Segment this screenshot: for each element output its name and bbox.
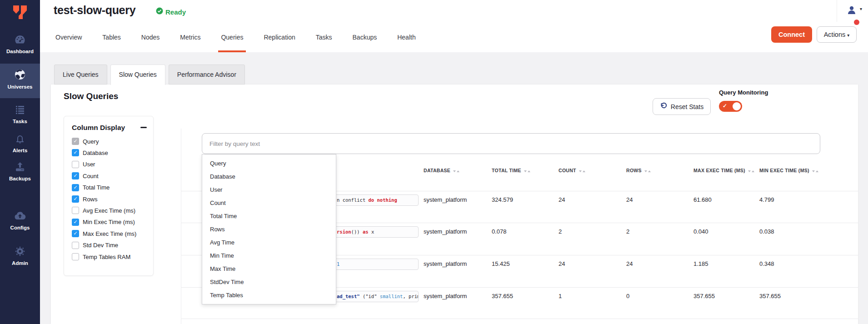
- sidebar-item-tasks[interactable]: Tasks: [0, 103, 40, 124]
- sort-arrows-icon[interactable]: [644, 168, 651, 173]
- column-checkbox-max-exec-time-ms[interactable]: ✓: [72, 230, 79, 237]
- column-checkbox-rows[interactable]: ✓: [72, 195, 79, 203]
- dropdown-item-min-time[interactable]: Min Time: [202, 249, 336, 262]
- column-checkbox-std-dev-time[interactable]: [72, 242, 79, 249]
- column-checkbox-query[interactable]: ✓: [72, 138, 79, 145]
- dropdown-item-user[interactable]: User: [202, 183, 336, 196]
- configs-icon: [14, 210, 26, 223]
- sidebar-item-universes[interactable]: Universes: [0, 64, 40, 98]
- tab-tasks[interactable]: Tasks: [316, 22, 332, 52]
- column-header-rows[interactable]: ROWS: [626, 168, 651, 173]
- sidebar-item-admin[interactable]: Admin: [0, 244, 40, 266]
- column-option-max-exec-time-ms: ✓Max Exec Time (ms): [72, 230, 136, 237]
- sort-arrows-icon[interactable]: [453, 168, 459, 173]
- column-checkbox-label: Query: [83, 138, 99, 145]
- column-checkbox-user[interactable]: [72, 161, 79, 168]
- collapse-minus-icon[interactable]: [140, 127, 147, 128]
- dropdown-item-count[interactable]: Count: [202, 196, 336, 209]
- sub-tab-slow-queries[interactable]: Slow Queries: [110, 65, 165, 85]
- page-title: Slow Queries: [64, 91, 118, 101]
- connect-button[interactable]: Connect: [771, 26, 812, 43]
- total-time-cell: 15.425: [492, 260, 510, 267]
- query-filter-input[interactable]: [202, 133, 820, 154]
- column-header-database[interactable]: DATABASE: [424, 168, 459, 173]
- sidebar-item-label: Tasks: [0, 119, 40, 124]
- tab-metrics[interactable]: Metrics: [180, 22, 200, 52]
- status-badge: Ready: [156, 7, 186, 16]
- dropdown-item-stddev-time[interactable]: StdDev Time: [202, 275, 336, 289]
- sort-arrows-icon[interactable]: [812, 168, 818, 173]
- user-avatar[interactable]: [846, 5, 857, 17]
- dropdown-item-temp-tables[interactable]: Temp Tables: [202, 289, 336, 302]
- sort-arrows-icon[interactable]: [524, 168, 530, 173]
- column-checkbox-count[interactable]: ✓: [72, 172, 79, 179]
- dropdown-item-max-time[interactable]: Max Time: [202, 262, 336, 275]
- sidebar-item-label: Dashboard: [0, 49, 40, 54]
- column-option-user: User: [72, 161, 95, 168]
- column-header-total-time[interactable]: TOTAL TIME: [492, 168, 530, 173]
- dropdown-item-query[interactable]: Query: [202, 157, 336, 170]
- rows-cell: 0: [626, 293, 629, 299]
- sub-tab-performance-advisor[interactable]: Performance Advisor: [169, 65, 245, 85]
- tab-backups[interactable]: Backups: [353, 22, 377, 52]
- max-exec-time-cell: 357.655: [693, 293, 715, 299]
- sidebar-item-backups[interactable]: Backups: [0, 160, 40, 181]
- actions-button[interactable]: Actions▾: [817, 26, 857, 43]
- column-header-max-exec-time-ms[interactable]: MAX EXEC TIME (MS): [693, 168, 754, 173]
- tab-replication[interactable]: Replication: [264, 22, 295, 52]
- sidebar-item-label: Admin: [0, 260, 40, 266]
- reset-stats-button[interactable]: Reset Stats: [653, 98, 711, 115]
- column-checkbox-avg-exec-time-ms[interactable]: [72, 207, 79, 214]
- user-menu-caret-icon[interactable]: ▾: [860, 6, 862, 11]
- column-checkbox-label: Count: [83, 173, 99, 179]
- dropdown-item-database[interactable]: Database: [202, 170, 336, 183]
- max-exec-time-cell: 61.680: [693, 196, 712, 203]
- universe-title: test-slow-query: [54, 4, 135, 17]
- yugabyte-logo-icon[interactable]: [11, 4, 29, 23]
- tab-queries[interactable]: Queries: [221, 22, 243, 52]
- tab-nodes[interactable]: Nodes: [141, 22, 160, 52]
- min-exec-time-cell: 0.348: [759, 260, 774, 267]
- dropdown-item-avg-time[interactable]: Avg Time: [202, 236, 336, 249]
- max-exec-time-cell: 0.040: [693, 228, 708, 235]
- dashboard-icon: [14, 34, 26, 46]
- column-checkbox-label: Avg Exec Time (ms): [83, 207, 135, 214]
- column-checkbox-label: Database: [83, 150, 108, 156]
- queries-sub-tab-bar: Live QueriesSlow QueriesPerformance Advi…: [54, 65, 245, 85]
- column-header-count[interactable]: COUNT: [559, 168, 585, 173]
- rows-cell: 2: [626, 228, 629, 235]
- min-exec-time-cell: 0.038: [759, 228, 774, 235]
- column-display-panel: Column Display ✓Query✓DatabaseUser✓Count…: [64, 116, 154, 276]
- column-header-min-exec-time-ms[interactable]: MIN EXEC TIME (MS): [759, 168, 818, 173]
- count-cell: 24: [559, 196, 565, 203]
- sort-arrows-icon[interactable]: [579, 168, 585, 173]
- tab-tables[interactable]: Tables: [102, 22, 120, 52]
- column-option-query: ✓Query: [72, 138, 99, 145]
- column-option-database: ✓Database: [72, 149, 108, 156]
- sidebar-item-dashboard[interactable]: Dashboard: [0, 33, 40, 54]
- column-checkbox-label: Temp Tables RAM: [83, 254, 130, 260]
- tab-overview[interactable]: Overview: [55, 22, 82, 52]
- column-checkbox-label: User: [83, 161, 95, 168]
- column-checkbox-total-time[interactable]: ✓: [72, 184, 79, 191]
- total-time-cell: 324.579: [492, 196, 513, 203]
- min-exec-time-cell: 4.799: [759, 196, 774, 203]
- dropdown-item-rows[interactable]: Rows: [202, 223, 336, 236]
- total-time-cell: 0.078: [492, 228, 507, 235]
- alerts-icon: [14, 133, 26, 145]
- column-checkbox-min-exec-time-ms[interactable]: ✓: [72, 219, 79, 226]
- column-checkbox-label: Min Exec Time (ms): [83, 219, 135, 225]
- query-monitoring-toggle[interactable]: ✓: [719, 101, 742, 112]
- column-option-rows: ✓Rows: [72, 195, 98, 203]
- column-checkbox-temp-tables-ram[interactable]: [72, 253, 79, 260]
- query-snippet: ad_test" ("id" smallint, prim...: [337, 294, 419, 299]
- sidebar-item-configs[interactable]: Configs: [0, 209, 40, 230]
- column-checkbox-label: Total Time: [83, 184, 110, 191]
- sub-tab-live-queries[interactable]: Live Queries: [54, 65, 107, 85]
- tab-health[interactable]: Health: [397, 22, 415, 52]
- dropdown-item-total-time[interactable]: Total Time: [202, 209, 336, 223]
- sort-arrows-icon[interactable]: [748, 168, 754, 173]
- backups-icon: [14, 161, 26, 174]
- column-checkbox-database[interactable]: ✓: [72, 149, 79, 156]
- sidebar-item-alerts[interactable]: Alerts: [0, 132, 40, 153]
